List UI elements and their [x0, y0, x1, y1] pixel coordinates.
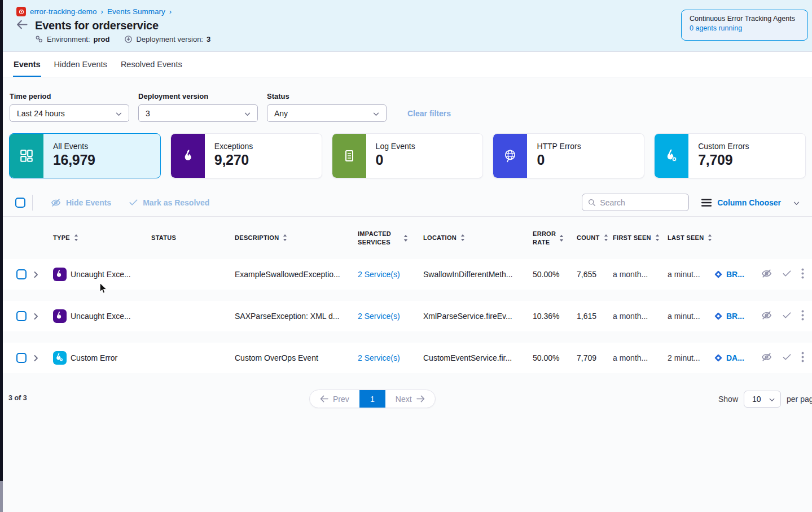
- table-header: TYPE STATUS DESCRIPTION IMPACTED SERVICE…: [3, 217, 812, 259]
- last-seen: 2 minut...: [663, 353, 709, 362]
- expand-row-button[interactable]: [33, 355, 49, 362]
- last-seen: a minut...: [663, 312, 709, 321]
- table-row[interactable]: Uncaught Exce... ExampleSwallowedExcepti…: [3, 259, 812, 290]
- event-count: 7,709: [572, 353, 608, 362]
- page-number-active[interactable]: 1: [359, 390, 385, 408]
- row-menu-icon[interactable]: [801, 310, 804, 322]
- hide-events-button[interactable]: Hide Events: [50, 197, 111, 208]
- next-page-button[interactable]: Next: [385, 390, 435, 408]
- sort-icon[interactable]: [460, 234, 465, 241]
- mark-resolved-button[interactable]: Mark as Resolved: [129, 198, 209, 207]
- row-checkbox[interactable]: [16, 311, 27, 321]
- column-header-error-rate[interactable]: ERROR RATE: [528, 230, 572, 246]
- deployment-version-label: Deployment version: [138, 92, 258, 100]
- mouse-cursor: [99, 282, 108, 296]
- row-menu-icon[interactable]: [801, 352, 804, 364]
- hide-event-icon[interactable]: [761, 268, 773, 281]
- hide-event-icon[interactable]: [761, 351, 773, 365]
- flame-icon: [171, 134, 205, 178]
- tab-hidden-events[interactable]: Hidden Events: [54, 52, 108, 77]
- column-header-impacted-services[interactable]: IMPACTED SERVICES: [353, 230, 419, 246]
- column-header-last-seen[interactable]: LAST SEEN: [663, 234, 709, 242]
- search-input[interactable]: [600, 198, 683, 207]
- agents-card: Continuous Error Tracking Agents 0 agent…: [681, 10, 808, 41]
- column-header-status[interactable]: STATUS: [147, 234, 230, 242]
- column-chooser-button[interactable]: Column Chooser: [701, 198, 800, 208]
- impacted-services-link[interactable]: 2 Service(s): [353, 312, 419, 321]
- tab-resolved-events[interactable]: Resolved Events: [120, 52, 183, 77]
- back-button[interactable]: [16, 20, 28, 32]
- sort-icon[interactable]: [604, 234, 608, 241]
- column-header-location[interactable]: LOCATION: [419, 234, 528, 242]
- stat-card-log-events[interactable]: Log Events 0: [332, 133, 484, 178]
- ticket-link[interactable]: BR...: [709, 270, 752, 279]
- page-size-select[interactable]: 10: [744, 391, 781, 408]
- ticket-link[interactable]: DA...: [709, 353, 752, 362]
- per-page-label: per page: [787, 395, 812, 404]
- table-row[interactable]: Custom Error Custom OverOps Event 2 Serv…: [3, 343, 812, 373]
- column-header-description[interactable]: DESCRIPTION: [230, 234, 353, 242]
- select-all-checkbox[interactable]: [15, 198, 25, 208]
- page-header: error-tracking-demo › Events Summary › E…: [3, 0, 812, 51]
- deployment-version-select[interactable]: 3: [138, 104, 258, 122]
- event-description: ExampleSwallowedExceptio...: [230, 270, 353, 279]
- row-menu-icon[interactable]: [801, 268, 804, 281]
- deployment-icon: [124, 35, 133, 43]
- jira-ticket-icon: [714, 353, 723, 362]
- event-count: 1,615: [572, 312, 608, 321]
- sort-icon[interactable]: [283, 234, 287, 241]
- sort-icon[interactable]: [403, 235, 408, 242]
- breadcrumb-project[interactable]: error-tracking-demo: [30, 7, 97, 16]
- grid-icon: [10, 134, 43, 178]
- tab-events[interactable]: Events: [13, 52, 41, 77]
- error-rate: 10.36%: [528, 312, 572, 321]
- ticket-link[interactable]: BR...: [709, 312, 752, 321]
- divider: [32, 195, 33, 211]
- custom-error-type-icon: [53, 351, 67, 365]
- agents-running-link[interactable]: 0 agents running: [690, 24, 800, 32]
- custom-flame-icon: [655, 134, 688, 178]
- clear-filters-link[interactable]: Clear filters: [407, 109, 451, 118]
- table-row[interactable]: Uncaught Exce... SAXParseException: XML …: [3, 301, 812, 331]
- resolve-event-icon[interactable]: [782, 310, 792, 322]
- resolve-event-icon[interactable]: [782, 269, 792, 280]
- first-seen: a month...: [608, 270, 663, 279]
- impacted-services-link[interactable]: 2 Service(s): [353, 353, 419, 362]
- event-count: 7,655: [572, 270, 608, 279]
- row-checkbox[interactable]: [16, 269, 27, 279]
- sort-icon[interactable]: [74, 234, 78, 241]
- arrow-right-icon: [416, 395, 425, 402]
- impacted-services-link[interactable]: 2 Service(s): [353, 270, 419, 279]
- resolve-event-icon[interactable]: [782, 352, 792, 364]
- error-rate: 50.00%: [528, 270, 572, 279]
- stat-card-exceptions[interactable]: Exceptions 9,270: [170, 133, 322, 178]
- sort-icon[interactable]: [708, 234, 712, 241]
- jira-ticket-icon: [714, 270, 723, 279]
- column-header-first-seen[interactable]: FIRST SEEN: [608, 234, 663, 242]
- stat-card-custom-errors[interactable]: Custom Errors 7,709: [654, 133, 806, 178]
- status-label: Status: [267, 92, 387, 100]
- hide-event-icon[interactable]: [761, 309, 773, 323]
- stat-card-http-errors[interactable]: HTTP Errors 0: [493, 133, 644, 178]
- row-checkbox[interactable]: [16, 353, 27, 363]
- expand-row-button[interactable]: [33, 313, 49, 320]
- sidebar-scrollbar[interactable]: [0, 481, 3, 512]
- sort-icon[interactable]: [559, 235, 564, 242]
- check-icon: [129, 198, 138, 207]
- menu-icon: [701, 199, 712, 207]
- events-table: TYPE STATUS DESCRIPTION IMPACTED SERVICE…: [3, 216, 812, 373]
- agents-card-title: Continuous Error Tracking Agents: [690, 15, 800, 23]
- prev-page-button[interactable]: Prev: [310, 390, 359, 408]
- status-select[interactable]: Any: [267, 104, 387, 122]
- breadcrumb-events-summary[interactable]: Events Summary: [107, 7, 165, 16]
- expand-row-button[interactable]: [33, 271, 49, 278]
- event-type: Uncaught Exce...: [71, 270, 131, 279]
- column-header-type[interactable]: TYPE: [49, 234, 147, 242]
- jira-ticket-icon: [714, 312, 723, 321]
- sort-icon[interactable]: [655, 234, 660, 241]
- stat-card-all-events[interactable]: All Events 16,979: [9, 133, 161, 178]
- column-header-count[interactable]: COUNT: [572, 234, 608, 242]
- tab-bar: Events Hidden Events Resolved Events: [3, 51, 812, 77]
- time-period-select[interactable]: Last 24 hours: [10, 104, 129, 122]
- collapsed-sidebar[interactable]: [0, 0, 3, 512]
